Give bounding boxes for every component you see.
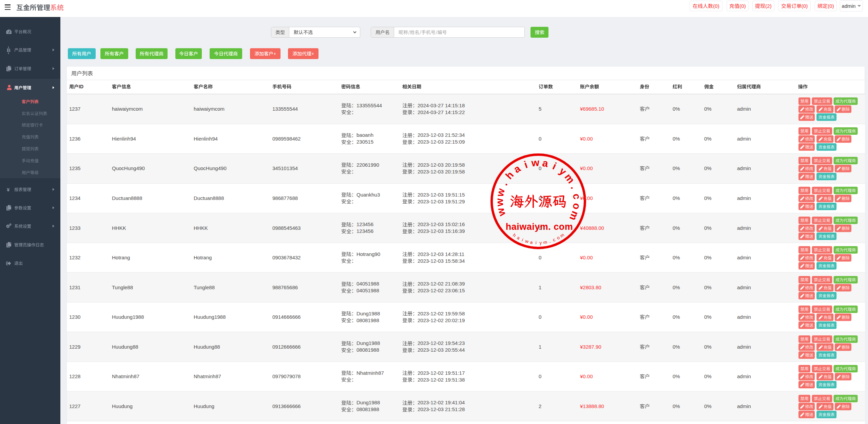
svg-text:i: i [551, 160, 558, 171]
svg-text:w: w [494, 198, 505, 207]
svg-text:c: c [552, 237, 556, 243]
svg-text:m: m [559, 232, 565, 239]
svg-text:y: y [539, 240, 542, 245]
svg-text:w: w [495, 206, 508, 218]
svg-text:m: m [543, 239, 547, 245]
svg-text:h: h [503, 169, 516, 181]
svg-text:o: o [571, 203, 583, 210]
svg-text:a: a [530, 240, 533, 245]
svg-text:.: . [548, 239, 551, 244]
svg-text:w: w [524, 238, 529, 244]
svg-text:a: a [512, 163, 522, 175]
svg-text:a: a [541, 157, 549, 169]
svg-text:h: h [512, 233, 517, 238]
svg-text:i: i [521, 237, 524, 242]
svg-text:i: i [523, 159, 529, 170]
svg-text:w: w [494, 187, 507, 198]
svg-text:.: . [569, 184, 580, 190]
svg-text:i: i [535, 240, 537, 245]
svg-text:m: m [567, 209, 581, 222]
svg-text:a: a [516, 235, 521, 241]
svg-text:.: . [498, 180, 509, 187]
